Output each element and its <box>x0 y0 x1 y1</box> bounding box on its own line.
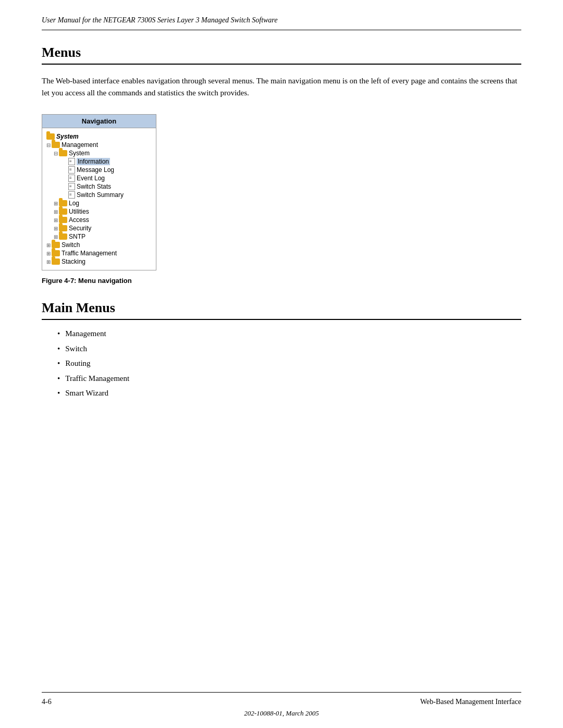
nav-label: System <box>56 133 79 140</box>
nav-item-system[interactable]: System <box>46 132 154 141</box>
nav-label: Switch Summary <box>77 191 124 199</box>
nav-item-system-sub[interactable]: ⊟ System <box>46 149 154 157</box>
expand-icon: ⊟ <box>46 142 51 148</box>
nav-label: Switch Stats <box>77 183 111 190</box>
nav-item-event-log[interactable]: Event Log <box>46 174 154 182</box>
main-menus-section-title: Main Menus <box>42 300 521 320</box>
list-item-routing: Routing <box>57 356 521 371</box>
nav-item-security[interactable]: ⊞ Security <box>46 224 154 232</box>
folder-icon <box>52 258 60 265</box>
main-menus-list: Management Switch Routing Traffic Manage… <box>57 326 521 401</box>
folder-icon <box>52 142 60 148</box>
doc-icon <box>68 158 75 165</box>
menus-section-title: Menus <box>42 45 521 65</box>
nav-label-highlight: Information <box>77 158 110 165</box>
page-header: User Manual for the NETGEAR 7300S Series… <box>42 0 521 30</box>
nav-box-header: Navigation <box>42 115 156 128</box>
list-item-smart-wizard: Smart Wizard <box>57 386 521 401</box>
nav-label: Management <box>62 141 98 149</box>
page-footer: 4-6 Web-Based Management Interface 202-1… <box>42 692 521 728</box>
nav-label: Traffic Management <box>62 250 117 257</box>
nav-item-switch-stats[interactable]: Switch Stats <box>46 182 154 191</box>
nav-label: SNTP <box>69 233 85 240</box>
doc-icon <box>68 191 75 199</box>
expand-icon: ⊟ <box>54 151 58 156</box>
expand-icon: ⊞ <box>46 242 51 248</box>
folder-icon <box>46 133 55 140</box>
folder-icon <box>59 217 67 223</box>
nav-item-switch[interactable]: ⊞ Switch <box>46 241 154 249</box>
nav-box-body: System ⊟ Management ⊟ System <box>42 128 156 270</box>
nav-label: Security <box>69 225 91 232</box>
list-item-management: Management <box>57 326 521 341</box>
expand-icon: ⊞ <box>54 201 58 206</box>
nav-item-log[interactable]: ⊞ Log <box>46 199 154 207</box>
navigation-box: Navigation System ⊟ Management <box>42 114 156 270</box>
folder-icon <box>52 242 60 248</box>
expand-icon: ⊞ <box>46 251 51 256</box>
expand-icon: ⊞ <box>54 226 58 231</box>
nav-item-access[interactable]: ⊞ Access <box>46 216 154 224</box>
nav-item-stacking[interactable]: ⊞ Stacking <box>46 257 154 266</box>
nav-item-information[interactable]: Information <box>46 157 154 166</box>
nav-item-traffic-management[interactable]: ⊞ Traffic Management <box>46 249 154 257</box>
nav-item-message-log[interactable]: Message Log <box>46 166 154 174</box>
expand-icon: ⊞ <box>54 234 58 240</box>
header-text: User Manual for the NETGEAR 7300S Series… <box>42 16 278 24</box>
expand-icon: ⊞ <box>46 259 51 265</box>
nav-label: Access <box>69 216 89 224</box>
list-item-traffic-management: Traffic Management <box>57 371 521 386</box>
figure-caption: Figure 4-7: Menu navigation <box>42 277 521 285</box>
expand-icon: ⊞ <box>54 209 58 215</box>
page: User Manual for the NETGEAR 7300S Series… <box>0 0 563 728</box>
nav-item-switch-summary[interactable]: Switch Summary <box>46 191 154 199</box>
folder-icon <box>59 233 67 240</box>
nav-item-utilities[interactable]: ⊞ Utilities <box>46 207 154 216</box>
folder-icon <box>59 225 67 231</box>
nav-label: Switch <box>62 241 80 249</box>
doc-icon <box>68 166 75 174</box>
nav-label: Message Log <box>77 166 114 174</box>
doc-icon <box>68 183 75 190</box>
folder-icon <box>52 250 60 256</box>
footer-page-number: 4-6 <box>42 698 52 706</box>
nav-label: Stacking <box>62 258 85 265</box>
doc-icon <box>68 175 75 182</box>
nav-label: Log <box>69 200 79 207</box>
nav-label: System <box>69 150 90 157</box>
folder-icon <box>59 208 67 215</box>
nav-label: Event Log <box>77 175 105 182</box>
folder-icon <box>59 150 67 156</box>
nav-item-sntp[interactable]: ⊞ SNTP <box>46 232 154 241</box>
footer-center-text: 202-10088-01, March 2005 <box>42 706 521 725</box>
nav-label: Utilities <box>69 208 89 215</box>
list-item-switch: Switch <box>57 341 521 356</box>
main-content: Menus The Web-based interface enables na… <box>42 30 521 692</box>
footer-right-text: Web-Based Management Interface <box>420 698 521 706</box>
nav-item-management[interactable]: ⊟ Management <box>46 141 154 149</box>
expand-icon: ⊞ <box>54 217 58 223</box>
intro-paragraph: The Web-based interface enables navigati… <box>42 75 521 98</box>
folder-icon <box>59 200 67 206</box>
